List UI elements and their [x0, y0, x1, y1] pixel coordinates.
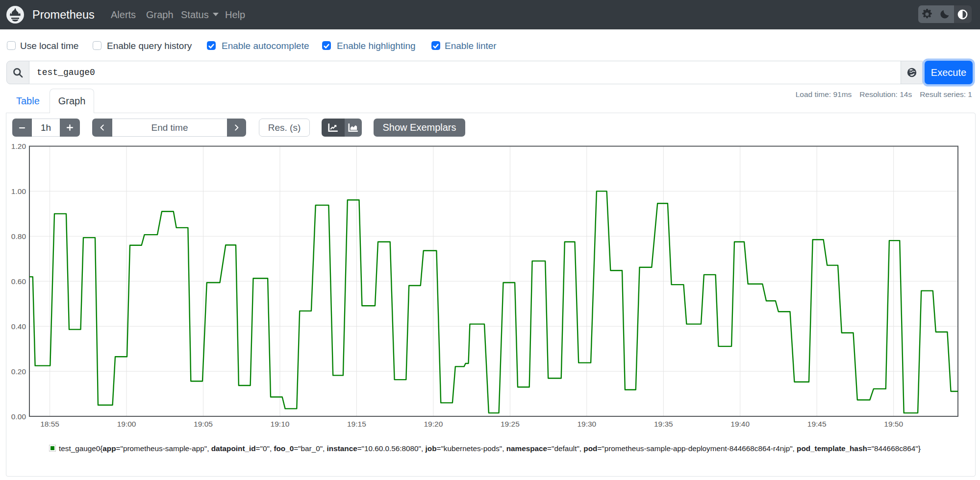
svg-text:19:40: 19:40 — [730, 420, 750, 428]
svg-text:19:20: 19:20 — [424, 420, 443, 428]
svg-text:19:30: 19:30 — [577, 420, 596, 428]
svg-text:19:10: 19:10 — [271, 420, 290, 428]
svg-text:18:55: 18:55 — [40, 420, 59, 428]
svg-text:19:35: 19:35 — [654, 420, 673, 428]
svg-text:0.00: 0.00 — [11, 412, 26, 421]
svg-text:19:05: 19:05 — [194, 420, 213, 428]
svg-text:19:45: 19:45 — [807, 420, 827, 428]
svg-text:19:15: 19:15 — [347, 420, 366, 428]
svg-text:19:25: 19:25 — [501, 420, 520, 428]
svg-text:1.00: 1.00 — [11, 187, 26, 195]
svg-text:0.60: 0.60 — [11, 277, 26, 286]
svg-text:0.40: 0.40 — [11, 322, 26, 331]
svg-text:0.20: 0.20 — [11, 367, 26, 376]
svg-text:0.80: 0.80 — [11, 232, 26, 240]
svg-text:19:00: 19:00 — [117, 420, 136, 428]
svg-text:19:50: 19:50 — [884, 420, 903, 428]
svg-text:1.20: 1.20 — [11, 142, 26, 150]
